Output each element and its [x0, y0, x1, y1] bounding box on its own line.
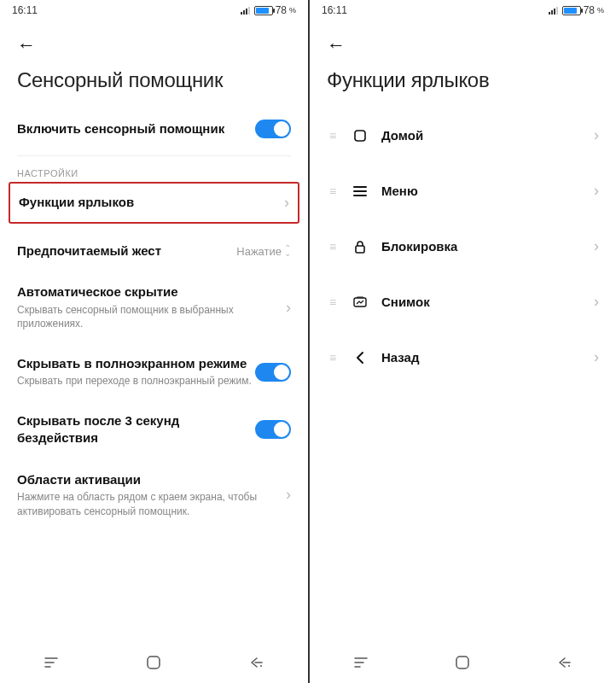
- chevron-right-icon: ›: [286, 299, 291, 317]
- gesture-row[interactable]: Предпочитаемый жест Нажатие ⌃⌄: [17, 231, 291, 271]
- lock-icon: [352, 239, 368, 254]
- back-arrow-icon[interactable]: ←: [327, 34, 346, 55]
- autohide-label: Автоматическое скрытие: [17, 283, 286, 301]
- fullscreen-toggle[interactable]: [255, 363, 291, 382]
- nav-bar: [0, 645, 308, 683]
- menu-icon: [352, 184, 368, 199]
- battery-percent: 78: [276, 4, 287, 16]
- nav-home-button[interactable]: [445, 650, 479, 675]
- function-row-menu[interactable]: ≡ Меню ›: [327, 163, 599, 219]
- updown-icon: ⌃⌄: [284, 246, 291, 256]
- signal-icon: [549, 7, 558, 15]
- areas-label: Области активации: [17, 471, 286, 488]
- shortcuts-label: Функции ярлыков: [19, 194, 284, 211]
- enable-toggle-row[interactable]: Включить сенсорный помощник: [17, 108, 291, 150]
- function-label: Блокировка: [381, 239, 580, 254]
- shortcuts-row[interactable]: Функции ярлыков ›: [9, 182, 299, 224]
- function-label: Снимок: [381, 295, 580, 309]
- function-row-lock[interactable]: ≡ Блокировка ›: [327, 219, 599, 274]
- battery-percent: 78: [584, 4, 595, 16]
- chevron-right-icon: ›: [594, 126, 599, 144]
- settings-content: Включить сенсорный помощник НАСТРОЙКИ Фу…: [0, 108, 308, 645]
- back-row: ←: [0, 20, 308, 60]
- status-time: 16:11: [12, 4, 38, 16]
- gesture-value: Нажатие: [236, 245, 282, 258]
- fullscreen-sub: Скрывать при переходе в полноэкранный ре…: [17, 374, 255, 388]
- status-indicators: 78%: [549, 4, 604, 16]
- chevron-right-icon: ›: [594, 237, 599, 255]
- chevron-right-icon: ›: [594, 182, 599, 200]
- functions-content: ≡ Домой › ≡ Меню › ≡ Блокировка › ≡ Сним…: [310, 108, 616, 645]
- drag-handle-icon[interactable]: ≡: [327, 295, 339, 309]
- drag-handle-icon[interactable]: ≡: [327, 129, 339, 143]
- nav-back-button[interactable]: [240, 650, 274, 675]
- function-label: Назад: [381, 350, 580, 365]
- gesture-picker[interactable]: Нажатие ⌃⌄: [236, 245, 291, 258]
- idle-toggle[interactable]: [255, 420, 291, 439]
- svg-rect-3: [356, 246, 364, 253]
- idle-row[interactable]: Скрывать после 3 секунд бездействия: [17, 400, 291, 459]
- status-time: 16:11: [322, 4, 347, 16]
- home-icon: [352, 128, 368, 143]
- areas-sub: Нажмите на область рядом с краем экрана,…: [17, 490, 286, 519]
- autohide-sub: Скрывать сенсорный помощник в выбранных …: [17, 303, 286, 332]
- chevron-right-icon: ›: [286, 486, 291, 504]
- svg-rect-0: [148, 657, 160, 668]
- gesture-label: Предпочитаемый жест: [17, 242, 236, 260]
- enable-toggle[interactable]: [255, 120, 291, 138]
- nav-back-button[interactable]: [548, 650, 582, 675]
- function-label: Домой: [381, 128, 580, 143]
- signal-icon: [241, 7, 250, 15]
- drag-handle-icon[interactable]: ≡: [327, 351, 339, 365]
- back-arrow-icon[interactable]: ←: [17, 34, 36, 55]
- section-label: НАСТРОЙКИ: [17, 168, 291, 178]
- chevron-right-icon: ›: [594, 348, 599, 366]
- settings-pane: 16:11 78% ← Сенсорный помощник Включить …: [0, 0, 308, 683]
- autohide-row[interactable]: Автоматическое скрытие Скрывать сенсорны…: [17, 271, 291, 343]
- functions-pane: 16:11 78% ← Функции ярлыков ≡ Домой › ≡ …: [308, 0, 616, 683]
- nav-home-button[interactable]: [137, 650, 171, 675]
- function-row-screenshot[interactable]: ≡ Снимок ›: [327, 274, 599, 330]
- drag-handle-icon[interactable]: ≡: [327, 184, 339, 198]
- function-label: Меню: [381, 184, 580, 198]
- fullscreen-label: Скрывать в полноэкранном режиме: [17, 355, 255, 372]
- svg-point-1: [260, 665, 262, 667]
- back-row: ←: [310, 20, 616, 60]
- status-bar: 16:11 78%: [0, 0, 308, 20]
- back-icon: [352, 350, 368, 365]
- fullscreen-row[interactable]: Скрывать в полноэкранном режиме Скрывать…: [17, 343, 291, 400]
- svg-point-6: [568, 665, 570, 667]
- nav-recent-button[interactable]: [34, 650, 68, 675]
- screenshot-icon: [352, 295, 368, 310]
- battery-icon: [562, 6, 581, 15]
- function-row-home[interactable]: ≡ Домой ›: [327, 108, 599, 163]
- nav-recent-button[interactable]: [344, 650, 378, 675]
- enable-label: Включить сенсорный помощник: [17, 120, 255, 137]
- areas-row[interactable]: Области активации Нажмите на область ряд…: [17, 459, 291, 531]
- nav-bar: [310, 645, 616, 683]
- drag-handle-icon[interactable]: ≡: [327, 240, 339, 254]
- chevron-right-icon: ›: [284, 194, 289, 212]
- chevron-right-icon: ›: [594, 293, 599, 311]
- status-bar: 16:11 78%: [310, 0, 616, 20]
- idle-label: Скрывать после 3 секунд бездействия: [17, 412, 255, 447]
- page-title: Функции ярлыков: [310, 60, 616, 108]
- function-row-back[interactable]: ≡ Назад ›: [327, 330, 599, 385]
- divider: [17, 155, 291, 156]
- page-title: Сенсорный помощник: [0, 60, 308, 108]
- svg-rect-2: [355, 131, 365, 141]
- svg-rect-5: [456, 657, 468, 668]
- battery-icon: [254, 6, 273, 15]
- status-indicators: 78%: [241, 4, 296, 16]
